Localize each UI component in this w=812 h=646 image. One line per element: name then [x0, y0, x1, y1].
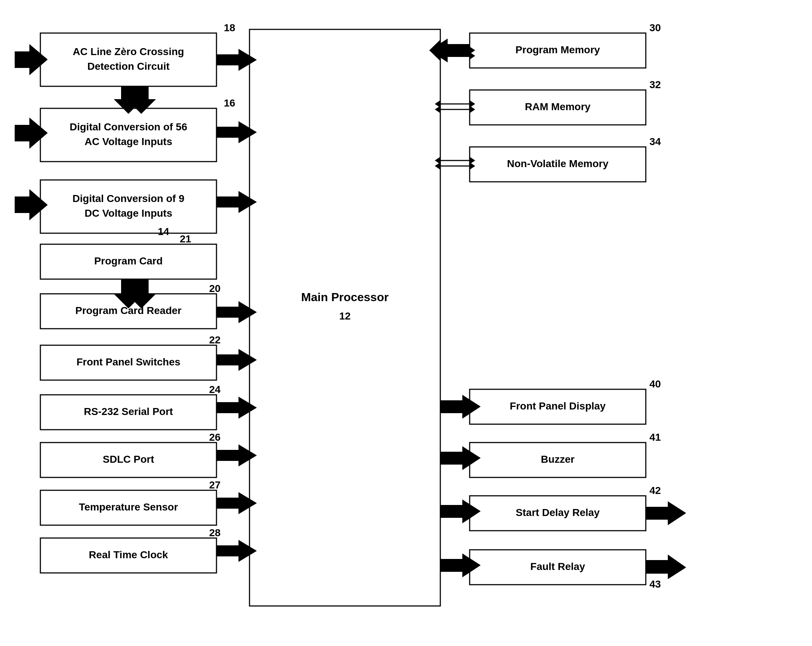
- svg-text:41: 41: [649, 432, 661, 443]
- svg-text:32: 32: [649, 79, 661, 90]
- svg-text:14: 14: [158, 226, 169, 237]
- svg-text:Digital Conversion of 9: Digital Conversion of 9: [73, 193, 185, 204]
- svg-text:Start Delay Relay: Start Delay Relay: [516, 507, 600, 518]
- svg-text:Front Panel Switches: Front Panel Switches: [76, 356, 180, 367]
- svg-text:18: 18: [224, 22, 235, 34]
- svg-text:20: 20: [209, 283, 221, 294]
- svg-text:Program Memory: Program Memory: [516, 44, 600, 55]
- svg-text:16: 16: [224, 97, 235, 109]
- svg-text:AC Voltage Inputs: AC Voltage Inputs: [84, 136, 172, 147]
- svg-text:Real Time Clock: Real Time Clock: [89, 549, 168, 560]
- svg-text:42: 42: [649, 485, 661, 496]
- svg-text:30: 30: [649, 22, 661, 34]
- svg-text:RAM Memory: RAM Memory: [525, 101, 591, 112]
- svg-text:SDLC Port: SDLC Port: [103, 453, 154, 465]
- svg-rect-7: [40, 108, 217, 162]
- svg-text:40: 40: [649, 378, 661, 390]
- svg-text:21: 21: [180, 233, 191, 245]
- svg-text:Fault Relay: Fault Relay: [530, 561, 585, 572]
- svg-text:12: 12: [339, 310, 350, 322]
- svg-text:Front Panel Display: Front Panel Display: [510, 400, 606, 412]
- svg-text:Detection Circuit: Detection Circuit: [87, 61, 169, 72]
- svg-text:Program Card: Program Card: [94, 255, 163, 266]
- svg-text:24: 24: [209, 384, 221, 395]
- svg-text:22: 22: [209, 334, 221, 346]
- svg-text:RS-232 Serial Port: RS-232 Serial Port: [84, 406, 173, 417]
- diagram: Main Processor 12 AC Line Zèro Crossing …: [0, 0, 812, 646]
- svg-text:26: 26: [209, 432, 221, 443]
- svg-marker-58: [646, 554, 686, 579]
- svg-marker-54: [646, 501, 686, 525]
- svg-text:Non-Volatile Memory: Non-Volatile Memory: [507, 158, 609, 169]
- svg-text:Temperature Sensor: Temperature Sensor: [79, 501, 178, 513]
- svg-text:34: 34: [649, 136, 661, 147]
- svg-text:Digital Conversion of 56: Digital Conversion of 56: [70, 121, 188, 133]
- svg-rect-3: [40, 33, 217, 86]
- svg-text:43: 43: [649, 579, 661, 590]
- svg-text:Buzzer: Buzzer: [541, 453, 575, 465]
- svg-text:DC Voltage Inputs: DC Voltage Inputs: [84, 208, 172, 219]
- svg-text:28: 28: [209, 527, 221, 538]
- svg-text:AC Line Zèro Crossing: AC Line Zèro Crossing: [73, 46, 184, 57]
- svg-text:27: 27: [209, 479, 221, 491]
- svg-rect-11: [40, 180, 217, 233]
- svg-text:Main Processor: Main Processor: [301, 291, 389, 304]
